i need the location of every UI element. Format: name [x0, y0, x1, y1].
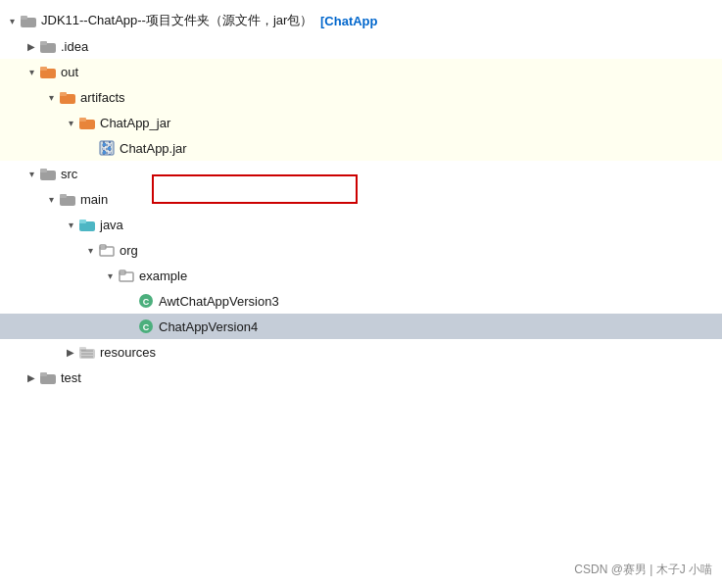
svg-rect-38 — [79, 347, 86, 351]
tree-item-resources[interactable]: ▶ resources — [0, 339, 722, 365]
tree-item-src[interactable]: ▾ src — [0, 161, 722, 186]
java-class-icon-chatappv4: C — [137, 318, 155, 335]
svg-rect-43 — [40, 372, 47, 376]
chevron-out[interactable]: ▾ — [24, 64, 39, 79]
idea-label: .idea — [61, 39, 88, 54]
src-label: src — [61, 167, 77, 181]
folder-icon-test — [39, 368, 57, 386]
svg-rect-19 — [103, 147, 106, 150]
svg-rect-9 — [79, 118, 86, 122]
file-tree: ▾ JDK11--ChatApp--项目文件夹（源文件，jar包） [ChatA… — [0, 0, 722, 588]
tree-item-idea[interactable]: ▶ .idea — [0, 33, 722, 59]
folder-icon-root — [20, 12, 37, 29]
folder-icon-idea — [39, 37, 57, 55]
folder-icon-out — [39, 63, 57, 80]
folder-icon-example — [118, 267, 135, 284]
chevron-chatapp-jar-folder[interactable]: ▾ — [63, 115, 78, 130]
svg-rect-7 — [60, 92, 67, 96]
tree-item-chatapp-jar-folder[interactable]: ▾ ChatApp_jar — [0, 110, 722, 135]
svg-rect-18 — [108, 143, 111, 146]
root-label: JDK11--ChatApp--项目文件夹（源文件，jar包） — [41, 12, 313, 29]
svg-rect-17 — [103, 143, 106, 146]
chevron-org[interactable]: ▾ — [82, 242, 98, 258]
chevron-main[interactable]: ▾ — [43, 191, 59, 207]
tree-item-root[interactable]: ▾ JDK11--ChatApp--项目文件夹（源文件，jar包） [ChatA… — [0, 8, 722, 33]
chevron-idea[interactable]: ▶ — [24, 38, 39, 54]
svg-rect-26 — [60, 194, 67, 198]
java-class-icon-awtchat: C — [137, 292, 155, 310]
main-label: main — [80, 192, 108, 207]
tree-item-chatapp-jar-file[interactable]: ChatApp.jar — [0, 135, 722, 161]
out-label: out — [61, 65, 78, 79]
jar-file-icon — [98, 139, 116, 157]
svg-rect-28 — [79, 220, 86, 223]
tree-item-artifacts[interactable]: ▾ artifacts — [0, 84, 722, 110]
tree-item-awtchat[interactable]: C AwtChatAppVersion3 — [0, 288, 722, 314]
artifacts-label: artifacts — [80, 90, 125, 105]
tree-item-org[interactable]: ▾ org — [0, 237, 722, 263]
org-label: org — [120, 243, 138, 258]
chevron-placeholder-awtchat — [121, 293, 137, 309]
chevron-java[interactable]: ▾ — [63, 217, 78, 232]
svg-rect-5 — [40, 67, 47, 71]
watermark-text: CSDN @赛男 | 木子J 小喵 — [574, 562, 712, 578]
chevron-artifacts[interactable]: ▾ — [43, 89, 59, 105]
folder-icon-resources — [78, 343, 96, 361]
folder-icon-artifacts — [59, 88, 76, 106]
folder-icon-src — [39, 165, 57, 182]
chatappv4-label: ChatAppVersion4 — [159, 319, 258, 334]
example-label: example — [139, 269, 187, 283]
test-label: test — [61, 370, 81, 385]
chevron-placeholder-chatappv4 — [121, 318, 137, 334]
chevron-root[interactable]: ▾ — [4, 13, 20, 28]
tree-item-test[interactable]: ▶ test — [0, 365, 722, 390]
svg-rect-3 — [40, 41, 47, 45]
tree-item-out[interactable]: ▾ out — [0, 59, 722, 84]
svg-rect-1 — [21, 16, 27, 20]
svg-text:C: C — [143, 322, 150, 332]
chevron-test[interactable]: ▶ — [24, 369, 39, 385]
folder-icon-org — [98, 241, 116, 259]
tree-item-java[interactable]: ▾ java — [0, 212, 722, 237]
resources-label: resources — [100, 345, 156, 360]
java-label: java — [100, 218, 123, 232]
tree-item-chatappv4[interactable]: C ChatAppVersion4 — [0, 314, 722, 339]
svg-rect-22 — [108, 151, 111, 154]
chatapp-jar-file-label: ChatApp.jar — [120, 141, 187, 156]
chevron-placeholder-jar — [82, 140, 98, 156]
tree-item-main[interactable]: ▾ main — [0, 186, 722, 212]
svg-rect-24 — [40, 169, 47, 172]
awtchat-label: AwtChatAppVersion3 — [159, 294, 279, 309]
root-label2: [ChatApp — [316, 14, 377, 28]
tree-item-example[interactable]: ▾ example — [0, 263, 722, 288]
chevron-resources[interactable]: ▶ — [63, 344, 78, 360]
folder-icon-main — [59, 190, 76, 208]
svg-rect-21 — [103, 151, 106, 154]
chevron-src[interactable]: ▾ — [24, 166, 39, 181]
chatapp-jar-folder-label: ChatApp_jar — [100, 116, 170, 130]
svg-text:C: C — [143, 297, 150, 307]
folder-icon-java — [78, 216, 96, 233]
chevron-example[interactable]: ▾ — [102, 268, 118, 283]
folder-icon-chatapp-jar — [78, 114, 96, 131]
svg-rect-20 — [108, 147, 111, 150]
